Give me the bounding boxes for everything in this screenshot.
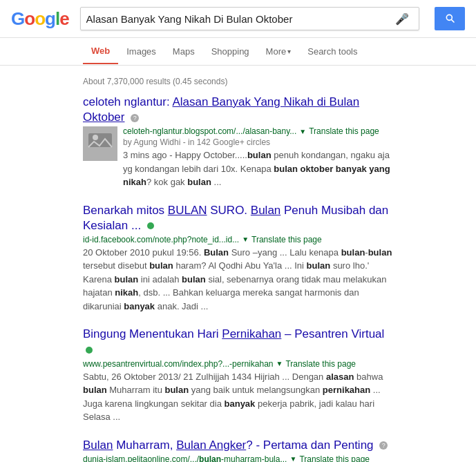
nav-web[interactable]: Web [83, 39, 118, 64]
result-url-2: id-id.facebook.com/note.php?note_id...id… [83, 235, 239, 244]
result-url-line-3: www.pesantrenvirtual.com/index.php?...-p… [83, 359, 393, 369]
cached-icon: ? [131, 114, 139, 122]
search-input[interactable] [86, 13, 395, 25]
header: Google 🎤 [0, 0, 476, 38]
green-status-icon-3 [86, 347, 93, 354]
nav-more[interactable]: More ▾ [258, 39, 300, 64]
result-title-4[interactable]: Bulan Muharram, Bulan Angker? - Pertama … [83, 438, 393, 453]
result-item: Bingung Menentukan Hari Pernikahan – Pes… [83, 327, 393, 423]
result-translate-3[interactable]: Translate this page [285, 359, 356, 369]
results-area: About 7,370,000 results (0.45 seconds) c… [0, 66, 476, 462]
result-title-1[interactable]: celoteh nglantur: Alasan Banyak Yang Nik… [83, 95, 393, 125]
result-url-1: celoteh-nglantur.blogspot.com/.../alasan… [123, 126, 296, 136]
result-translate-1[interactable]: Translate this page [309, 126, 379, 136]
svg-point-2 [93, 135, 98, 140]
google-logo[interactable]: Google [11, 8, 69, 30]
green-status-icon-2 [147, 222, 154, 229]
result-url-line-2: id-id.facebook.com/note.php?note_id...id… [83, 235, 393, 244]
result-url-4: dunia-islam.pelitaonline.com/.../bulan-m… [83, 454, 287, 462]
result-count: About 7,370,000 results (0.45 seconds) [83, 77, 393, 86]
result-meta-1: by Agung Widhi - in 142 Google+ circles [123, 137, 393, 147]
result-dropdown-arrow-3[interactable]: ▼ [276, 360, 283, 367]
navigation-bar: Web Images Maps Shopping More ▾ Search t… [0, 38, 476, 66]
cached-icon-4: ? [379, 441, 388, 450]
result-title-2[interactable]: Benarkah mitos BULAN SURO. Bulan Penuh M… [83, 203, 393, 233]
more-arrow-icon: ▾ [287, 48, 291, 55]
result-snippet-2: 20 Oktober 2010 pukul 19:56. Bulan Suro … [83, 246, 393, 314]
result-url-3: www.pesantrenvirtual.com/index.php?...-p… [83, 359, 273, 369]
search-box[interactable]: 🎤 [80, 7, 419, 30]
result-item: Benarkah mitos BULAN SURO. Bulan Penuh M… [83, 203, 393, 314]
nav-search-tools[interactable]: Search tools [299, 39, 365, 64]
result-item: celoteh nglantur: Alasan Banyak Yang Nik… [83, 95, 393, 189]
result-snippet-1: 3 mins ago - Happy October.....bulan pen… [123, 148, 393, 189]
result-translate-4[interactable]: Translate this page [299, 454, 370, 462]
result-url-line-4: dunia-islam.pelitaonline.com/.../bulan-m… [83, 454, 393, 462]
result-dropdown-arrow-2[interactable]: ▼ [242, 235, 249, 243]
result-translate-2[interactable]: Translate this page [251, 235, 322, 244]
result-title-3[interactable]: Bingung Menentukan Hari Pernikahan – Pes… [83, 327, 393, 357]
thumbnail-1 [83, 126, 117, 161]
nav-images[interactable]: Images [118, 39, 164, 64]
microphone-icon[interactable]: 🎤 [395, 12, 409, 26]
result-dropdown-arrow-4[interactable]: ▼ [289, 455, 296, 462]
result-snippet-3: Sabtu, 26 Oktober 2013/ 21 Zulhijjah 143… [83, 370, 393, 424]
search-button[interactable] [435, 7, 465, 30]
nav-shopping[interactable]: Shopping [203, 39, 258, 64]
result-dropdown-arrow-1[interactable]: ▼ [299, 128, 306, 135]
result-item: Bulan Muharram, Bulan Angker? - Pertama … [83, 438, 393, 462]
result-url-line-1: celoteh-nglantur.blogspot.com/.../alasan… [123, 126, 393, 136]
nav-maps[interactable]: Maps [164, 39, 203, 64]
result-body-1: celoteh-nglantur.blogspot.com/.../alasan… [83, 126, 393, 189]
